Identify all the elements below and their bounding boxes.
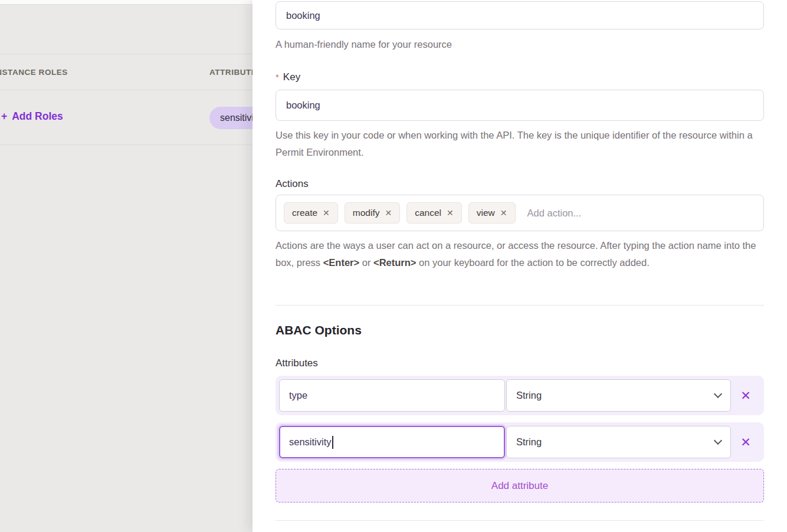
attribute-type-value: String — [516, 436, 542, 448]
enter-key-text: <Enter> — [323, 257, 359, 268]
resource-edit-drawer: booking A human-friendly name for your r… — [253, 0, 787, 532]
action-tag: create ✕ — [284, 202, 338, 224]
action-tag: cancel ✕ — [406, 202, 462, 224]
remove-attribute-button[interactable]: ✕ — [731, 389, 760, 402]
name-input[interactable]: booking — [276, 1, 764, 29]
remove-attribute-button[interactable]: ✕ — [731, 436, 760, 448]
action-tag: modify ✕ — [345, 202, 400, 224]
return-key-text: <Return> — [373, 257, 416, 268]
chevron-down-icon — [714, 390, 722, 398]
attribute-name-value: type — [289, 390, 307, 401]
required-asterisk: * — [276, 72, 279, 82]
add-action-placeholder[interactable]: Add action... — [527, 208, 582, 219]
remove-tag-icon[interactable]: ✕ — [385, 208, 392, 218]
key-label-text: Key — [283, 71, 300, 83]
key-input[interactable]: booking — [276, 90, 764, 121]
actions-helper-text: Actions are the ways a user can act on a… — [276, 237, 765, 271]
key-input-value: booking — [286, 100, 320, 111]
actions-label: Actions — [276, 178, 764, 190]
attribute-name-input[interactable]: type — [279, 379, 505, 412]
attribute-row: type String ✕ — [276, 376, 764, 415]
text-caret — [332, 436, 333, 449]
attributes-label: Attributes — [276, 357, 764, 369]
name-helper-text: A human-friendly name for your resource — [276, 36, 764, 53]
plus-icon: + — [1, 110, 7, 122]
actions-tag-input[interactable]: create ✕ modify ✕ cancel ✕ view ✕ Add ac… — [276, 195, 764, 231]
key-helper-text: Use this key in your code or when workin… — [276, 127, 764, 161]
attribute-type-select[interactable]: String — [506, 426, 731, 458]
action-tag: view ✕ — [468, 202, 516, 224]
action-tag-label: cancel — [415, 208, 441, 218]
actions-helper-part: or — [359, 257, 373, 268]
remove-tag-icon[interactable]: ✕ — [500, 208, 507, 218]
add-roles-label: Add Roles — [12, 110, 63, 122]
section-divider — [276, 520, 764, 521]
chevron-down-icon — [714, 436, 722, 445]
attribute-name-value: sensitivity — [289, 436, 332, 448]
remove-tag-icon[interactable]: ✕ — [447, 208, 454, 218]
key-label: *Key — [276, 71, 764, 83]
column-header-instance-roles: INSTANCE ROLES — [0, 68, 68, 77]
actions-helper-part: on your keyboard for the action to be co… — [416, 257, 649, 268]
add-attribute-label: Add attribute — [491, 480, 548, 492]
add-roles-button[interactable]: +Add Roles — [1, 110, 63, 123]
attribute-row: sensitivity String ✕ — [276, 422, 764, 462]
action-tag-label: modify — [353, 208, 380, 218]
remove-tag-icon[interactable]: ✕ — [323, 208, 330, 218]
add-attribute-button[interactable]: Add attribute — [276, 469, 764, 503]
attribute-type-select[interactable]: String — [506, 379, 731, 412]
section-divider — [276, 305, 764, 306]
name-input-value: booking — [286, 10, 320, 21]
action-tag-label: view — [477, 208, 495, 218]
abac-options-heading: ABAC Options — [276, 323, 764, 337]
attribute-name-input-focused[interactable]: sensitivity — [279, 426, 505, 458]
attribute-type-value: String — [516, 390, 542, 401]
action-tag-label: create — [292, 208, 317, 218]
